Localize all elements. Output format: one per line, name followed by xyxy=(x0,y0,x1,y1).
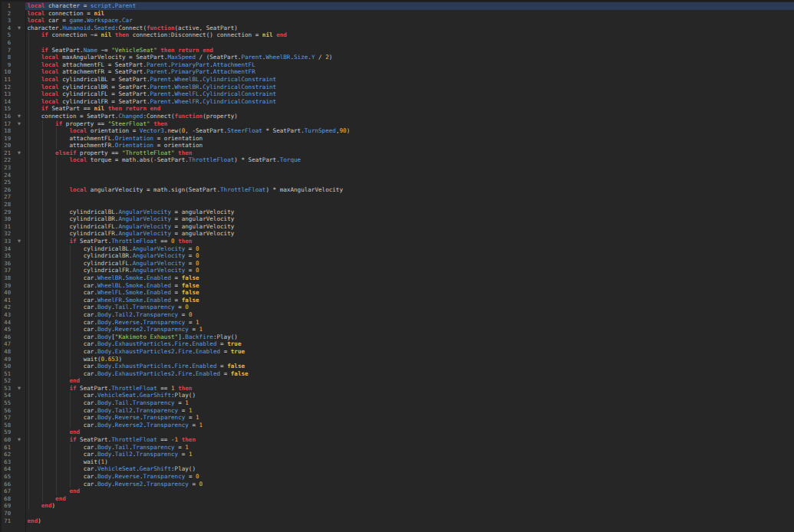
code-line[interactable]: 46car.Body["Kakimoto Exhaust"].Backfire:… xyxy=(0,333,794,341)
code-line[interactable]: 25 xyxy=(0,179,794,186)
code-line[interactable]: 13local cylindricalFL = SeatPart.Parent.… xyxy=(0,90,794,98)
fold-arrow-icon[interactable]: ▼ xyxy=(15,149,23,157)
line-number[interactable]: 46 xyxy=(0,333,11,341)
code-line[interactable]: 64car.VehicleSeat.GearShift:Play() xyxy=(0,465,794,473)
line-number[interactable]: 55 xyxy=(0,399,11,407)
line-number[interactable]: 35 xyxy=(0,252,11,260)
line-number[interactable]: 54 xyxy=(0,392,11,399)
line-number[interactable]: 68 xyxy=(0,495,11,503)
line-number[interactable]: 33 xyxy=(0,238,11,245)
code-line[interactable]: 16▼connection = SeatPart.Changed:Connect… xyxy=(0,113,794,120)
code-line[interactable]: 21▼elseif property == "ThrottleFloat" th… xyxy=(0,149,794,157)
line-number[interactable]: 14 xyxy=(0,98,11,106)
code-line[interactable]: 24 xyxy=(0,172,794,179)
code-line[interactable]: 20attachmentFR.Orientation = orientation xyxy=(0,142,794,149)
code-line[interactable]: 9local attachmentFL = SeatPart.Parent.Pr… xyxy=(0,61,794,69)
line-number[interactable]: 42 xyxy=(0,304,11,311)
line-number[interactable]: 26 xyxy=(0,186,11,194)
line-number[interactable]: 24 xyxy=(0,172,11,179)
code-line[interactable]: 38car.WheelBR.Smoke.Enabled = false xyxy=(0,274,794,282)
code-line[interactable]: 66car.Body.Reverse2.Transparency = 0 xyxy=(0,481,794,488)
line-number[interactable]: 66 xyxy=(0,481,11,488)
script-editor[interactable]: 1local character = script.Parent2local c… xyxy=(0,0,794,532)
code-line[interactable]: 7if SeatPart.Name ~= "VehicleSeat" then … xyxy=(0,47,794,54)
code-line[interactable]: 60▼if SeatPart.ThrottleFloat == -1 then xyxy=(0,436,794,444)
code-line[interactable]: 49wait(0.653) xyxy=(0,356,794,363)
line-number[interactable]: 60 xyxy=(0,436,11,444)
code-line[interactable]: 5if connection ~= nil then connection:Di… xyxy=(0,31,794,39)
line-number[interactable]: 67 xyxy=(0,488,11,495)
line-number[interactable]: 17 xyxy=(0,120,11,128)
code-line[interactable]: 26local angularVelocity = math.sign(Seat… xyxy=(0,186,794,194)
line-number[interactable]: 69 xyxy=(0,502,11,510)
line-number[interactable]: 31 xyxy=(0,223,11,231)
fold-arrow-icon[interactable]: ▼ xyxy=(15,25,23,32)
code-line[interactable]: 35cylindricalBR.AngularVelocity = 0 xyxy=(0,252,794,260)
line-number[interactable]: 48 xyxy=(0,348,11,356)
line-number[interactable]: 34 xyxy=(0,245,11,253)
code-line[interactable]: 62car.Body.Tail2.Transparency = 1 xyxy=(0,451,794,458)
line-number[interactable]: 45 xyxy=(0,326,11,333)
line-number[interactable]: 36 xyxy=(0,260,11,268)
line-number[interactable]: 6 xyxy=(0,39,11,47)
line-number[interactable]: 40 xyxy=(0,289,11,297)
line-number[interactable]: 7 xyxy=(0,47,11,54)
line-number[interactable]: 29 xyxy=(0,209,11,216)
line-number[interactable]: 71 xyxy=(0,517,11,525)
fold-arrow-icon[interactable]: ▼ xyxy=(15,238,23,245)
line-number[interactable]: 10 xyxy=(0,68,11,76)
code-line[interactable]: 11local cylindricalBL = SeatPart.Parent.… xyxy=(0,76,794,84)
line-number[interactable]: 5 xyxy=(0,31,11,39)
code-line[interactable]: 69end) xyxy=(0,502,794,510)
line-number[interactable]: 11 xyxy=(0,76,11,84)
line-number[interactable]: 52 xyxy=(0,377,11,385)
code-line[interactable]: 6 xyxy=(0,39,794,47)
line-number[interactable]: 47 xyxy=(0,340,11,348)
code-line[interactable]: 4▼character.Humanoid.Seated:Connect(func… xyxy=(0,25,794,32)
fold-arrow-icon[interactable]: ▼ xyxy=(15,385,23,392)
fold-arrow-icon[interactable]: ▼ xyxy=(15,113,23,120)
code-line[interactable]: 52end xyxy=(0,377,794,385)
line-number[interactable]: 12 xyxy=(0,84,11,91)
line-number[interactable]: 56 xyxy=(0,407,11,415)
code-line[interactable]: 47car.Body.ExhaustParticles.Fire.Enabled… xyxy=(0,340,794,348)
code-line[interactable]: 58car.Body.Reverse2.Transparency = 1 xyxy=(0,422,794,429)
line-number[interactable]: 16 xyxy=(0,113,11,120)
line-number[interactable]: 1 xyxy=(0,2,11,10)
code-line[interactable]: 42car.Body.Tail.Transparency = 0 xyxy=(0,304,794,311)
code-line[interactable]: 50car.Body.ExhaustParticles.Fire.Enabled… xyxy=(0,363,794,370)
line-number[interactable]: 25 xyxy=(0,179,11,186)
code-line[interactable]: 1local character = script.Parent xyxy=(0,2,794,10)
code-line[interactable]: 54car.VehicleSeat.GearShift:Play() xyxy=(0,392,794,399)
code-line[interactable]: 33▼if SeatPart.ThrottleFloat == 0 then xyxy=(0,238,794,245)
code-line[interactable]: 15if SeatPart == nil then return end xyxy=(0,105,794,113)
code-line[interactable]: 55car.Body.Tail.Transparency = 1 xyxy=(0,399,794,407)
code-line[interactable]: 61car.Body.Tail.Transparency = 1 xyxy=(0,444,794,452)
code-line[interactable]: 17▼if property == "SteerFloat" then xyxy=(0,120,794,128)
code-line[interactable]: 65car.Body.Reverse.Transparency = 0 xyxy=(0,473,794,481)
code-line[interactable]: 3local car = game.Workspace.Car xyxy=(0,17,794,25)
line-number[interactable]: 15 xyxy=(0,105,11,113)
line-number[interactable]: 19 xyxy=(0,135,11,143)
code-line[interactable]: 70 xyxy=(0,510,794,517)
code-line[interactable]: 56car.Body.Tail2.Transparency = 1 xyxy=(0,407,794,415)
code-line[interactable]: 14local cylindricalFR = SeatPart.Parent.… xyxy=(0,98,794,106)
code-line[interactable]: 2local connection = nil xyxy=(0,10,794,18)
code-line[interactable]: 30cylindricalBR.AngularVelocity = angula… xyxy=(0,215,794,223)
code-line[interactable]: 40car.WheelFL.Smoke.Enabled = false xyxy=(0,289,794,297)
line-number[interactable]: 32 xyxy=(0,230,11,238)
line-number[interactable]: 3 xyxy=(0,17,11,25)
line-number[interactable]: 22 xyxy=(0,156,11,164)
code-line[interactable]: 53▼if SeatPart.ThrottleFloat == 1 then xyxy=(0,385,794,392)
line-number[interactable]: 2 xyxy=(0,10,11,18)
code-line[interactable]: 27 xyxy=(0,193,794,201)
line-number[interactable]: 39 xyxy=(0,282,11,290)
code-line[interactable]: 31cylindricalFL.AngularVelocity = angula… xyxy=(0,223,794,231)
code-line[interactable]: 63wait(1) xyxy=(0,458,794,466)
code-line[interactable]: 59end xyxy=(0,429,794,436)
code-line[interactable]: 10local attachmentFR = SeatPart.Parent.P… xyxy=(0,68,794,76)
code-line[interactable]: 22local torque = math.abs(-SeatPart.Thro… xyxy=(0,156,794,164)
code-line[interactable]: 37cylindricalFR.AngularVelocity = 0 xyxy=(0,267,794,274)
line-number[interactable]: 9 xyxy=(0,61,11,69)
fold-arrow-icon[interactable]: ▼ xyxy=(15,436,23,444)
